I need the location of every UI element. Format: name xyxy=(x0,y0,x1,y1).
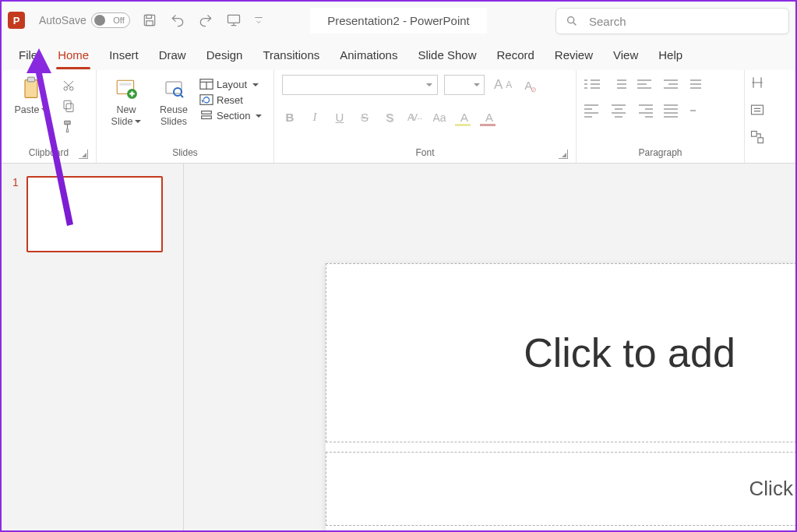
highlight-icon[interactable]: A xyxy=(457,111,472,124)
tab-slideshow[interactable]: Slide Show xyxy=(418,44,476,66)
tab-record[interactable]: Record xyxy=(496,44,534,66)
underline-icon[interactable]: U xyxy=(332,111,347,124)
tab-home[interactable]: Home xyxy=(58,44,89,66)
title-bar: P AutoSave Off Presentation2 - PowerPoin… xyxy=(2,2,795,39)
cut-icon[interactable] xyxy=(59,78,78,93)
search-box[interactable]: Search xyxy=(555,8,789,34)
slides-label: Slides xyxy=(104,147,266,161)
align-center-icon[interactable] xyxy=(611,104,626,118)
group-slides: New Slide Reuse Slides Layout Reset xyxy=(97,70,274,163)
svg-rect-10 xyxy=(64,100,71,109)
ribbon-tabs: File Home Insert Draw Design Transitions… xyxy=(2,39,795,70)
thumbnail-pane[interactable]: 1 xyxy=(2,164,184,530)
workspace: 1 Click to add Click to add subtitle xyxy=(2,164,795,530)
grow-font-icon[interactable]: A xyxy=(494,77,503,93)
ribbon: Paste Clipboard New Slide xyxy=(2,70,795,164)
title-placeholder[interactable]: Click to add xyxy=(326,263,795,442)
title-placeholder-text: Click to add xyxy=(524,329,735,376)
tab-review[interactable]: Review xyxy=(555,44,593,66)
group-clipboard: Paste Clipboard xyxy=(2,70,97,163)
svg-rect-2 xyxy=(146,21,153,26)
strike-icon[interactable]: S xyxy=(357,111,372,124)
char-spacing-icon[interactable]: AV↔ xyxy=(407,112,422,123)
tab-draw[interactable]: Draw xyxy=(159,44,186,66)
paste-button[interactable]: Paste xyxy=(9,75,53,116)
shadow-icon[interactable]: S xyxy=(382,111,397,124)
document-title: Presentation2 - PowerPoint xyxy=(310,8,487,33)
tab-file[interactable]: File xyxy=(19,44,37,66)
search-icon xyxy=(566,15,578,27)
toggle-knob xyxy=(94,15,105,26)
paste-label: Paste xyxy=(15,104,48,116)
svg-rect-6 xyxy=(27,77,34,82)
decrease-indent-icon[interactable] xyxy=(637,79,653,93)
paragraph-label: Paragraph xyxy=(584,147,736,161)
subtitle-placeholder[interactable]: Click to add subtitle xyxy=(326,452,795,526)
reset-button[interactable]: Reset xyxy=(199,93,262,106)
font-dialog-launcher[interactable] xyxy=(559,150,568,159)
quick-access-toolbar xyxy=(141,12,264,29)
justify-icon[interactable] xyxy=(664,104,679,118)
font-color-icon[interactable]: A xyxy=(481,111,497,124)
svg-rect-23 xyxy=(752,132,757,137)
svg-point-4 xyxy=(568,17,574,23)
clear-format-icon[interactable]: A⊘ xyxy=(524,79,532,92)
svg-rect-12 xyxy=(119,83,131,86)
slide-canvas-area[interactable]: Click to add Click to add subtitle xyxy=(184,164,795,530)
font-family-select[interactable] xyxy=(282,75,438,95)
text-direction-icon[interactable] xyxy=(749,75,765,93)
paste-icon xyxy=(19,76,43,101)
columns-icon[interactable] xyxy=(690,104,706,118)
qat-more-icon[interactable] xyxy=(253,12,264,29)
line-spacing-icon[interactable] xyxy=(690,79,706,93)
tab-insert[interactable]: Insert xyxy=(109,44,139,66)
slide-canvas[interactable]: Click to add Click to add subtitle xyxy=(326,263,795,530)
change-case-icon[interactable]: Aa xyxy=(432,111,447,124)
align-right-icon[interactable] xyxy=(637,104,653,118)
reuse-slides-label: Reuse Slides xyxy=(160,104,188,128)
slide-1-number: 1 xyxy=(12,176,19,188)
section-button[interactable]: Section xyxy=(199,109,262,122)
bold-icon[interactable]: B xyxy=(282,111,298,124)
align-text-icon[interactable] xyxy=(749,102,765,120)
app-letter: P xyxy=(13,15,20,26)
autosave-state: Off xyxy=(113,16,124,25)
tab-design[interactable]: Design xyxy=(206,44,243,66)
tab-animations[interactable]: Animations xyxy=(340,44,397,66)
group-font: A A A⊘ B I U S S AV↔ Aa A A Font xyxy=(274,70,577,163)
tab-view[interactable]: View xyxy=(613,44,638,66)
clipboard-label: Clipboard xyxy=(9,147,88,161)
group-paragraph: Paragraph xyxy=(577,70,745,163)
subtitle-placeholder-text: Click to add subtitle xyxy=(749,477,795,501)
italic-icon[interactable]: I xyxy=(307,111,323,124)
new-slide-button[interactable]: New Slide xyxy=(104,75,148,128)
smartart-icon[interactable] xyxy=(749,129,765,147)
layout-button[interactable]: Layout xyxy=(199,78,262,90)
numbering-icon[interactable] xyxy=(611,79,626,93)
increase-indent-icon[interactable] xyxy=(664,79,679,93)
shrink-font-icon[interactable]: A xyxy=(506,79,512,90)
svg-rect-22 xyxy=(752,105,763,115)
clipboard-dialog-launcher[interactable] xyxy=(79,150,88,159)
tab-help[interactable]: Help xyxy=(658,44,682,66)
svg-rect-20 xyxy=(202,111,212,115)
copy-icon[interactable] xyxy=(59,98,78,114)
tab-transitions[interactable]: Transitions xyxy=(263,44,319,66)
redo-icon[interactable] xyxy=(197,12,214,29)
font-size-select[interactable] xyxy=(444,75,485,95)
present-icon[interactable] xyxy=(225,12,242,29)
autosave-toggle[interactable]: Off xyxy=(91,12,130,28)
svg-rect-24 xyxy=(758,138,763,143)
save-icon[interactable] xyxy=(141,12,158,29)
svg-rect-9 xyxy=(66,104,73,112)
slide-thumbnail-1[interactable] xyxy=(26,176,163,252)
align-left-icon[interactable] xyxy=(584,104,600,118)
autosave-label: AutoSave xyxy=(39,14,86,26)
search-placeholder: Search xyxy=(589,15,626,28)
format-painter-icon[interactable] xyxy=(59,118,78,134)
undo-icon[interactable] xyxy=(169,12,186,29)
reuse-slides-button[interactable]: Reuse Slides xyxy=(154,75,193,128)
app-icon: P xyxy=(8,12,25,29)
new-slide-icon xyxy=(115,76,138,101)
bullets-icon[interactable] xyxy=(584,79,600,93)
